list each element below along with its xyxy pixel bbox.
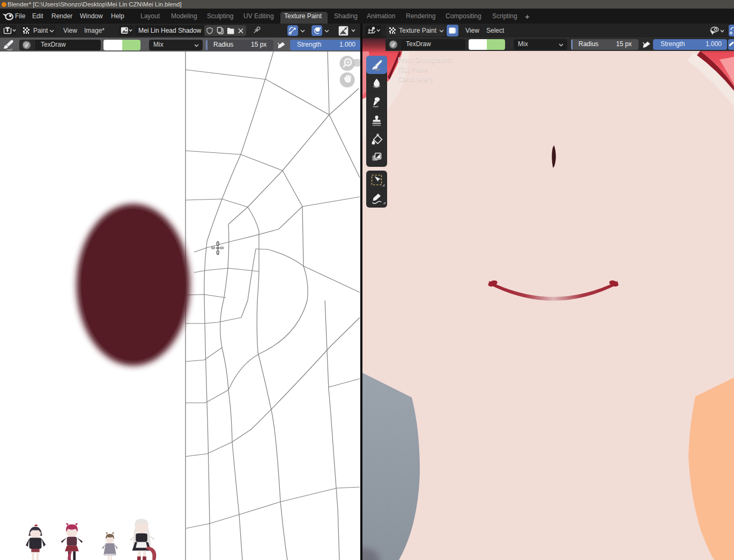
- svg-text:Centimeters: Centimeters: [398, 76, 433, 83]
- svg-text:Front Orthographic: Front Orthographic: [398, 56, 452, 64]
- svg-text:(31) Plane: (31) Plane: [398, 66, 428, 73]
